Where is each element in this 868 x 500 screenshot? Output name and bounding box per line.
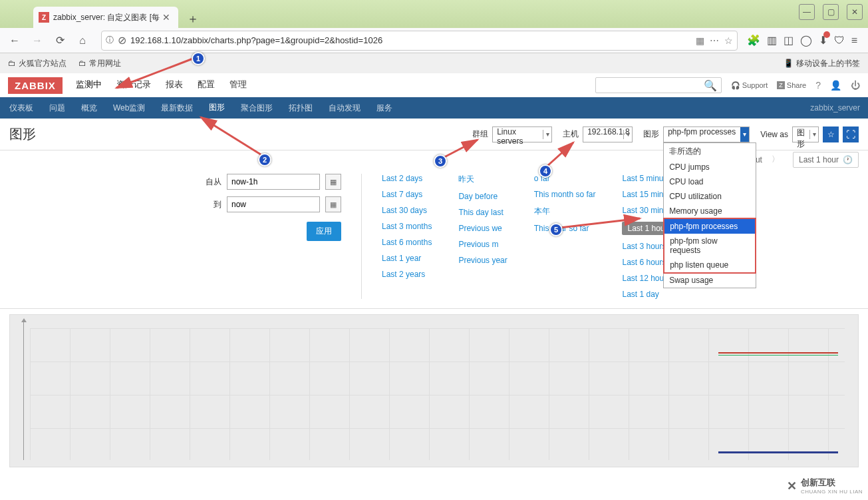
- dd-item-memory[interactable]: Memory usage: [664, 204, 756, 218]
- zabbix-logo[interactable]: ZABBIX: [8, 77, 63, 94]
- submenu-graphs[interactable]: 图形: [208, 96, 226, 121]
- search-icon[interactable]: 🔍: [704, 79, 717, 92]
- preset-col-1: Last 2 days Last 7 days Last 30 days Las…: [382, 174, 432, 299]
- dd-item-php-listen[interactable]: php listen queue: [664, 258, 755, 272]
- submenu-overview[interactable]: 概览: [80, 97, 98, 120]
- time-next-icon[interactable]: 〉: [772, 154, 780, 165]
- time-range-display[interactable]: Last 1 hour 🕐: [793, 152, 859, 168]
- folder-icon: 🗀: [78, 59, 86, 68]
- preset-yesterday[interactable]: 昨天: [458, 174, 507, 185]
- preset-last-7-days[interactable]: Last 7 days: [382, 190, 432, 199]
- submenu-web[interactable]: Web监测: [112, 97, 146, 120]
- new-tab-button[interactable]: ＋: [184, 9, 202, 28]
- preset-last-2-years[interactable]: Last 2 years: [382, 270, 432, 279]
- dd-item-cpu-jumps[interactable]: CPU jumps: [664, 160, 756, 174]
- preset-last-30-days[interactable]: Last 30 days: [382, 206, 432, 215]
- preset-last-3-months[interactable]: Last 3 months: [382, 222, 432, 231]
- bookmark-mobile[interactable]: 📱 移动设备上的书签: [784, 58, 860, 69]
- url-no-track-icon[interactable]: ⊘: [118, 34, 126, 47]
- preset-this-year-cn[interactable]: 本年: [534, 206, 596, 217]
- to-input[interactable]: [227, 196, 320, 212]
- reload-button[interactable]: ⟳: [51, 31, 69, 50]
- dd-item-none[interactable]: 非所选的: [664, 143, 756, 160]
- account-icon[interactable]: ◯: [800, 34, 812, 47]
- clock-icon: 🕐: [843, 155, 853, 164]
- submenu-dashboard[interactable]: 仪表板: [8, 97, 35, 120]
- group-select[interactable]: Linux servers: [492, 126, 552, 142]
- page-actions-icon[interactable]: ⋯: [710, 35, 719, 46]
- home-button[interactable]: ⌂: [73, 31, 92, 50]
- preset-this-year-so-far[interactable]: This year so far: [534, 224, 596, 233]
- fullscreen-button[interactable]: ⛶: [843, 126, 859, 142]
- menu-reports[interactable]: 报表: [164, 72, 184, 99]
- dd-item-swap[interactable]: Swap usage: [664, 273, 756, 288]
- window-minimize[interactable]: —: [799, 4, 815, 20]
- dd-item-cpu-util[interactable]: CPU utilization: [664, 189, 756, 204]
- chart-y-axis: [23, 322, 24, 460]
- mobile-icon: 📱: [784, 59, 794, 68]
- dd-item-php-slow[interactable]: php-fpm slow requests: [664, 234, 755, 258]
- submenu-screens[interactable]: 聚合图形: [239, 97, 274, 120]
- submenu-latest-data[interactable]: 最新数据: [160, 97, 194, 120]
- sidebar-icon[interactable]: ◫: [784, 34, 794, 47]
- search-box[interactable]: 🔍: [595, 77, 722, 93]
- menu-inventory[interactable]: 资产记录: [115, 72, 152, 99]
- host-select[interactable]: 192.168.1.8: [583, 126, 633, 142]
- menu-administration[interactable]: 管理: [228, 72, 248, 99]
- window-close[interactable]: ✕: [847, 4, 863, 20]
- submenu-host-label: zabbix_server: [810, 103, 860, 113]
- bookmark-firefox-official[interactable]: 🗀 火狐官方站点: [8, 58, 67, 69]
- bookmark-common-urls[interactable]: 🗀 常用网址: [78, 58, 121, 69]
- bookmark-star-icon[interactable]: ☆: [724, 35, 733, 46]
- forward-button[interactable]: →: [28, 31, 47, 50]
- downloads-icon[interactable]: ⬇: [819, 34, 827, 47]
- reader-mode-icon[interactable]: ▦: [696, 35, 704, 46]
- menu-configuration[interactable]: 配置: [196, 72, 216, 99]
- menu-monitoring[interactable]: 监测中: [74, 72, 103, 99]
- library-icon[interactable]: ▥: [767, 34, 777, 47]
- support-link[interactable]: 🎧 Support: [731, 81, 768, 90]
- time-range-label: Last 1 hour: [799, 155, 839, 164]
- overflow-menu-icon[interactable]: ≡: [851, 35, 857, 47]
- tab-title: zabbix_server: 自定义图表 [每: [53, 12, 160, 23]
- view-as-select[interactable]: 图形: [792, 126, 819, 142]
- url-bar[interactable]: ⓘ ⊘ 192.168.1.10/zabbix/charts.php?page=…: [101, 31, 738, 51]
- browser-tab-active[interactable]: Z zabbix_server: 自定义图表 [每 ✕: [33, 7, 178, 28]
- from-input[interactable]: [227, 174, 320, 190]
- submenu-maps[interactable]: 拓扑图: [287, 97, 314, 120]
- extensions-icon[interactable]: 🧩: [747, 34, 760, 47]
- shield-icon[interactable]: 🛡: [834, 35, 845, 47]
- preset-last-6-months[interactable]: Last 6 months: [382, 238, 432, 247]
- preset-last-2-days[interactable]: Last 2 days: [382, 174, 432, 183]
- graph-select[interactable]: php-fpm processes: [663, 126, 750, 142]
- preset-day-before[interactable]: Day before: [458, 192, 507, 201]
- back-button[interactable]: ←: [5, 31, 24, 50]
- submenu-services[interactable]: 服务: [375, 97, 394, 120]
- preset-last-1-day[interactable]: Last 1 day: [622, 290, 678, 299]
- window-maximize[interactable]: ▢: [823, 4, 839, 20]
- user-icon[interactable]: 👤: [830, 80, 841, 91]
- apply-button[interactable]: 应用: [307, 222, 341, 241]
- preset-previous-year[interactable]: Previous year: [458, 256, 507, 265]
- preset-this-month-so-far[interactable]: This month so far: [534, 190, 596, 199]
- share-link[interactable]: Z Share: [777, 81, 806, 89]
- from-calendar-button[interactable]: ▦: [325, 174, 341, 190]
- submenu-problems[interactable]: 问题: [48, 97, 67, 120]
- preset-this-day-last[interactable]: This day last: [458, 208, 507, 217]
- graph-label: 图形: [643, 128, 659, 140]
- submenu-discovery[interactable]: 自动发现: [327, 97, 362, 120]
- search-input[interactable]: [600, 81, 704, 90]
- logout-icon[interactable]: ⏻: [851, 80, 860, 91]
- bookmark-label: 火狐官方站点: [19, 58, 67, 69]
- support-icon: 🎧: [731, 81, 740, 90]
- preset-previous-week[interactable]: Previous we: [458, 224, 507, 233]
- help-icon[interactable]: ?: [815, 80, 821, 91]
- site-info-icon[interactable]: ⓘ: [106, 35, 114, 46]
- tab-close-button[interactable]: ✕: [160, 12, 173, 23]
- dd-item-php-processes[interactable]: php-fpm processes: [664, 219, 755, 234]
- preset-previous-month[interactable]: Previous m: [458, 240, 507, 249]
- preset-last-1-year[interactable]: Last 1 year: [382, 254, 432, 263]
- to-calendar-button[interactable]: ▦: [325, 196, 341, 212]
- favorite-button[interactable]: ☆: [823, 126, 839, 142]
- dd-item-cpu-load[interactable]: CPU load: [664, 174, 756, 189]
